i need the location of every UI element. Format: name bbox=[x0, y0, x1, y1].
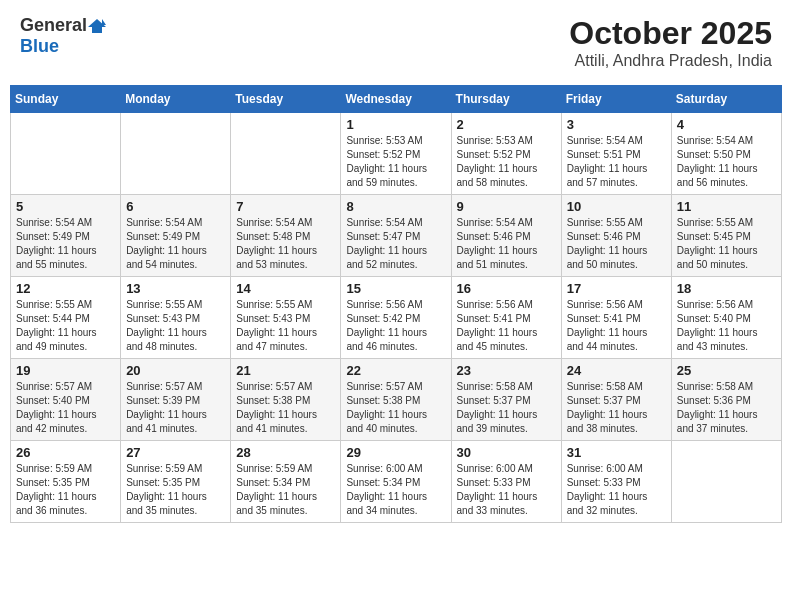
day-number: 19 bbox=[16, 363, 115, 378]
day-number: 15 bbox=[346, 281, 445, 296]
calendar-cell: 25Sunrise: 5:58 AM Sunset: 5:36 PM Dayli… bbox=[671, 359, 781, 441]
day-info: Sunrise: 5:55 AM Sunset: 5:44 PM Dayligh… bbox=[16, 298, 115, 354]
day-info: Sunrise: 5:54 AM Sunset: 5:51 PM Dayligh… bbox=[567, 134, 666, 190]
calendar-cell: 17Sunrise: 5:56 AM Sunset: 5:41 PM Dayli… bbox=[561, 277, 671, 359]
day-info: Sunrise: 5:54 AM Sunset: 5:48 PM Dayligh… bbox=[236, 216, 335, 272]
day-info: Sunrise: 5:53 AM Sunset: 5:52 PM Dayligh… bbox=[457, 134, 556, 190]
svg-marker-1 bbox=[102, 19, 106, 25]
day-number: 27 bbox=[126, 445, 225, 460]
day-info: Sunrise: 5:55 AM Sunset: 5:43 PM Dayligh… bbox=[126, 298, 225, 354]
day-number: 30 bbox=[457, 445, 556, 460]
calendar-cell: 11Sunrise: 5:55 AM Sunset: 5:45 PM Dayli… bbox=[671, 195, 781, 277]
location: Attili, Andhra Pradesh, India bbox=[569, 52, 772, 70]
day-info: Sunrise: 6:00 AM Sunset: 5:33 PM Dayligh… bbox=[457, 462, 556, 518]
day-info: Sunrise: 5:55 AM Sunset: 5:46 PM Dayligh… bbox=[567, 216, 666, 272]
weekday-header-sunday: Sunday bbox=[11, 86, 121, 113]
calendar-cell: 10Sunrise: 5:55 AM Sunset: 5:46 PM Dayli… bbox=[561, 195, 671, 277]
day-number: 13 bbox=[126, 281, 225, 296]
day-number: 28 bbox=[236, 445, 335, 460]
calendar-cell: 19Sunrise: 5:57 AM Sunset: 5:40 PM Dayli… bbox=[11, 359, 121, 441]
week-row-5: 26Sunrise: 5:59 AM Sunset: 5:35 PM Dayli… bbox=[11, 441, 782, 523]
day-number: 9 bbox=[457, 199, 556, 214]
calendar-cell bbox=[11, 113, 121, 195]
calendar-cell: 21Sunrise: 5:57 AM Sunset: 5:38 PM Dayli… bbox=[231, 359, 341, 441]
logo-blue-text: Blue bbox=[20, 36, 59, 57]
day-info: Sunrise: 5:55 AM Sunset: 5:43 PM Dayligh… bbox=[236, 298, 335, 354]
calendar-cell: 23Sunrise: 5:58 AM Sunset: 5:37 PM Dayli… bbox=[451, 359, 561, 441]
calendar-cell: 3Sunrise: 5:54 AM Sunset: 5:51 PM Daylig… bbox=[561, 113, 671, 195]
day-info: Sunrise: 5:54 AM Sunset: 5:49 PM Dayligh… bbox=[16, 216, 115, 272]
calendar-table: SundayMondayTuesdayWednesdayThursdayFrid… bbox=[10, 85, 782, 523]
calendar-cell: 5Sunrise: 5:54 AM Sunset: 5:49 PM Daylig… bbox=[11, 195, 121, 277]
day-number: 31 bbox=[567, 445, 666, 460]
calendar-cell: 2Sunrise: 5:53 AM Sunset: 5:52 PM Daylig… bbox=[451, 113, 561, 195]
calendar-cell bbox=[231, 113, 341, 195]
calendar-cell: 30Sunrise: 6:00 AM Sunset: 5:33 PM Dayli… bbox=[451, 441, 561, 523]
calendar-cell: 20Sunrise: 5:57 AM Sunset: 5:39 PM Dayli… bbox=[121, 359, 231, 441]
day-number: 2 bbox=[457, 117, 556, 132]
day-number: 22 bbox=[346, 363, 445, 378]
day-number: 26 bbox=[16, 445, 115, 460]
day-number: 20 bbox=[126, 363, 225, 378]
day-info: Sunrise: 5:55 AM Sunset: 5:45 PM Dayligh… bbox=[677, 216, 776, 272]
weekday-header-monday: Monday bbox=[121, 86, 231, 113]
day-number: 24 bbox=[567, 363, 666, 378]
day-info: Sunrise: 5:56 AM Sunset: 5:41 PM Dayligh… bbox=[457, 298, 556, 354]
calendar-cell: 15Sunrise: 5:56 AM Sunset: 5:42 PM Dayli… bbox=[341, 277, 451, 359]
calendar-cell: 13Sunrise: 5:55 AM Sunset: 5:43 PM Dayli… bbox=[121, 277, 231, 359]
calendar-cell: 27Sunrise: 5:59 AM Sunset: 5:35 PM Dayli… bbox=[121, 441, 231, 523]
day-info: Sunrise: 5:57 AM Sunset: 5:38 PM Dayligh… bbox=[346, 380, 445, 436]
calendar-cell: 16Sunrise: 5:56 AM Sunset: 5:41 PM Dayli… bbox=[451, 277, 561, 359]
day-info: Sunrise: 5:56 AM Sunset: 5:40 PM Dayligh… bbox=[677, 298, 776, 354]
weekday-header-saturday: Saturday bbox=[671, 86, 781, 113]
day-info: Sunrise: 5:58 AM Sunset: 5:37 PM Dayligh… bbox=[457, 380, 556, 436]
day-info: Sunrise: 5:54 AM Sunset: 5:50 PM Dayligh… bbox=[677, 134, 776, 190]
day-number: 17 bbox=[567, 281, 666, 296]
page-header: General Blue October 2025 Attili, Andhra… bbox=[10, 10, 782, 75]
week-row-1: 1Sunrise: 5:53 AM Sunset: 5:52 PM Daylig… bbox=[11, 113, 782, 195]
weekday-header-thursday: Thursday bbox=[451, 86, 561, 113]
week-row-4: 19Sunrise: 5:57 AM Sunset: 5:40 PM Dayli… bbox=[11, 359, 782, 441]
calendar-cell: 28Sunrise: 5:59 AM Sunset: 5:34 PM Dayli… bbox=[231, 441, 341, 523]
day-number: 6 bbox=[126, 199, 225, 214]
day-info: Sunrise: 5:58 AM Sunset: 5:36 PM Dayligh… bbox=[677, 380, 776, 436]
day-number: 7 bbox=[236, 199, 335, 214]
calendar-cell: 9Sunrise: 5:54 AM Sunset: 5:46 PM Daylig… bbox=[451, 195, 561, 277]
day-number: 5 bbox=[16, 199, 115, 214]
calendar-cell bbox=[121, 113, 231, 195]
calendar-cell: 29Sunrise: 6:00 AM Sunset: 5:34 PM Dayli… bbox=[341, 441, 451, 523]
day-number: 18 bbox=[677, 281, 776, 296]
logo-bird-icon bbox=[88, 17, 106, 35]
month-title: October 2025 bbox=[569, 15, 772, 52]
weekday-header-row: SundayMondayTuesdayWednesdayThursdayFrid… bbox=[11, 86, 782, 113]
day-info: Sunrise: 5:57 AM Sunset: 5:39 PM Dayligh… bbox=[126, 380, 225, 436]
day-number: 12 bbox=[16, 281, 115, 296]
day-info: Sunrise: 5:54 AM Sunset: 5:46 PM Dayligh… bbox=[457, 216, 556, 272]
day-info: Sunrise: 6:00 AM Sunset: 5:33 PM Dayligh… bbox=[567, 462, 666, 518]
calendar-cell: 24Sunrise: 5:58 AM Sunset: 5:37 PM Dayli… bbox=[561, 359, 671, 441]
day-info: Sunrise: 5:54 AM Sunset: 5:47 PM Dayligh… bbox=[346, 216, 445, 272]
weekday-header-tuesday: Tuesday bbox=[231, 86, 341, 113]
day-number: 8 bbox=[346, 199, 445, 214]
day-number: 25 bbox=[677, 363, 776, 378]
day-info: Sunrise: 5:59 AM Sunset: 5:34 PM Dayligh… bbox=[236, 462, 335, 518]
day-number: 1 bbox=[346, 117, 445, 132]
title-block: October 2025 Attili, Andhra Pradesh, Ind… bbox=[569, 15, 772, 70]
day-number: 14 bbox=[236, 281, 335, 296]
day-number: 29 bbox=[346, 445, 445, 460]
calendar-cell: 1Sunrise: 5:53 AM Sunset: 5:52 PM Daylig… bbox=[341, 113, 451, 195]
day-info: Sunrise: 5:59 AM Sunset: 5:35 PM Dayligh… bbox=[16, 462, 115, 518]
calendar-cell: 31Sunrise: 6:00 AM Sunset: 5:33 PM Dayli… bbox=[561, 441, 671, 523]
calendar-cell: 8Sunrise: 5:54 AM Sunset: 5:47 PM Daylig… bbox=[341, 195, 451, 277]
day-number: 21 bbox=[236, 363, 335, 378]
weekday-header-wednesday: Wednesday bbox=[341, 86, 451, 113]
day-info: Sunrise: 5:59 AM Sunset: 5:35 PM Dayligh… bbox=[126, 462, 225, 518]
day-info: Sunrise: 5:54 AM Sunset: 5:49 PM Dayligh… bbox=[126, 216, 225, 272]
calendar-cell: 6Sunrise: 5:54 AM Sunset: 5:49 PM Daylig… bbox=[121, 195, 231, 277]
day-number: 16 bbox=[457, 281, 556, 296]
day-info: Sunrise: 5:56 AM Sunset: 5:42 PM Dayligh… bbox=[346, 298, 445, 354]
calendar-cell bbox=[671, 441, 781, 523]
calendar-cell: 7Sunrise: 5:54 AM Sunset: 5:48 PM Daylig… bbox=[231, 195, 341, 277]
day-info: Sunrise: 5:57 AM Sunset: 5:40 PM Dayligh… bbox=[16, 380, 115, 436]
calendar-cell: 4Sunrise: 5:54 AM Sunset: 5:50 PM Daylig… bbox=[671, 113, 781, 195]
